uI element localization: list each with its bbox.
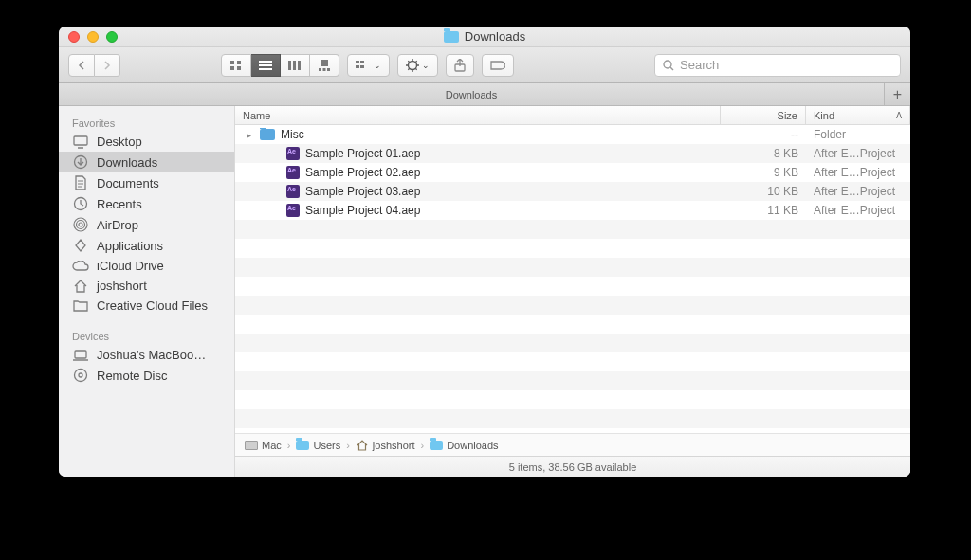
svg-rect-10 [321,60,328,66]
new-tab-button[interactable]: + [884,83,910,105]
tab-downloads[interactable]: Downloads [59,83,884,105]
empty-row [235,334,910,352]
finder-window: Downloads [59,27,910,477]
laptop-icon [72,350,89,361]
sidebar-favorites-header: Favorites [59,112,234,132]
table-row[interactable]: Sample Project 04.aep 11 KB After E…Proj… [235,201,910,220]
file-kind: After E…Project [806,204,910,217]
disclosure-icon[interactable]: ▸ [243,130,254,140]
view-columns-button[interactable] [281,54,310,77]
sidebar-item-icloud-drive[interactable]: iCloud Drive [59,256,234,276]
view-group [221,54,339,77]
view-icons-button[interactable] [221,54,251,77]
path-item-mac[interactable]: Mac [245,440,282,451]
share-button[interactable] [446,54,474,77]
svg-rect-9 [298,61,301,70]
sidebar-item-label: Recents [97,197,142,211]
empty-row [235,409,910,428]
column-headers: Name Size Kindᐱ [235,106,910,125]
file-size: -- [721,128,806,141]
zoom-button[interactable] [106,31,118,43]
aep-file-icon [286,185,300,198]
sidebar: Favorites DesktopDownloadsDocumentsRecen… [59,106,235,477]
empty-row [235,371,910,390]
sidebar-item-recents[interactable]: Recents [59,193,234,214]
empty-row [235,258,910,277]
empty-row [235,220,910,239]
search-input[interactable] [680,58,892,72]
column-kind[interactable]: Kindᐱ [806,106,910,124]
empty-row [235,315,910,334]
back-button[interactable] [68,54,95,77]
hdd-icon [245,441,258,450]
path-label: Downloads [447,440,498,451]
file-rows: ▸Misc -- Folder Sample Project 01.aep 8 … [235,125,910,433]
svg-rect-8 [293,61,296,70]
sidebar-item-creative-cloud-files[interactable]: Creative Cloud Files [59,296,234,316]
sidebar-item-remote-disc[interactable]: Remote Disc [59,365,234,386]
file-name: Misc [281,128,304,141]
path-separator-icon: › [421,440,425,451]
arrange-button[interactable]: ⌄ [347,54,390,77]
sidebar-item-label: Desktop [97,135,142,149]
path-item-downloads[interactable]: Downloads [430,440,498,451]
sidebar-item-documents[interactable]: Documents [59,172,234,193]
sidebar-item-joshshort[interactable]: joshshort [59,276,234,296]
sidebar-item-label: iCloud Drive [97,259,164,273]
svg-rect-2 [230,66,234,70]
sidebar-item-airdrop[interactable]: AirDrop [59,214,234,235]
svg-rect-27 [75,351,86,358]
minimize-button[interactable] [87,31,99,43]
toolbar: ⌄ ⌄ [59,47,910,83]
view-list-button[interactable] [251,54,281,77]
table-row[interactable]: Sample Project 02.aep 9 KB After E…Proje… [235,163,910,182]
sidebar-item-label: Remote Disc [97,369,167,383]
sidebar-item-joshua-s-macboo-[interactable]: Joshua's MacBoo… [59,345,234,365]
forward-button[interactable] [95,54,120,77]
sidebar-item-applications[interactable]: Applications [59,235,234,256]
file-size: 8 KB [721,147,806,160]
column-name[interactable]: Name [235,106,721,124]
disc-icon [72,368,89,383]
arrange-group: ⌄ [347,54,390,77]
tags-button[interactable] [482,54,514,77]
table-row[interactable]: Sample Project 03.aep 10 KB After E…Proj… [235,182,910,201]
empty-row [235,239,910,258]
file-name: Sample Project 02.aep [305,166,420,179]
view-gallery-button[interactable] [310,54,339,77]
folder-icon [260,129,275,140]
tabbar: Downloads + [59,83,910,106]
path-label: joshshort [373,440,415,451]
table-row[interactable]: Sample Project 01.aep 8 KB After E…Proje… [235,144,910,163]
svg-rect-13 [327,68,330,71]
svg-point-24 [79,223,82,226]
svg-point-20 [664,61,671,68]
home-icon [356,440,369,451]
column-size[interactable]: Size [721,106,806,124]
sidebar-item-desktop[interactable]: Desktop [59,132,234,152]
airdrop-icon [72,217,89,232]
home-icon [72,280,89,293]
path-label: Mac [262,440,282,451]
sidebar-item-label: AirDrop [97,218,138,232]
svg-point-25 [77,221,85,229]
sidebar-item-label: Downloads [97,155,157,170]
close-button[interactable] [68,31,80,43]
table-row[interactable]: ▸Misc -- Folder [235,125,910,144]
svg-rect-17 [360,65,364,68]
path-item-joshshort[interactable]: joshshort [356,440,415,451]
empty-row [235,390,910,409]
file-name: Sample Project 03.aep [305,185,420,198]
file-kind: After E…Project [806,147,910,160]
nav-group [68,54,120,77]
sort-indicator-icon: ᐱ [896,111,902,120]
search-field[interactable] [654,54,901,77]
sidebar-item-label: Joshua's MacBoo… [97,348,206,362]
action-button[interactable]: ⌄ [397,54,438,77]
path-item-users[interactable]: Users [296,440,340,451]
sidebar-item-label: Documents [97,176,159,190]
sidebar-item-label: Applications [97,239,163,253]
sidebar-item-downloads[interactable]: Downloads [59,152,234,172]
svg-rect-1 [237,61,241,64]
file-size: 9 KB [721,166,806,179]
